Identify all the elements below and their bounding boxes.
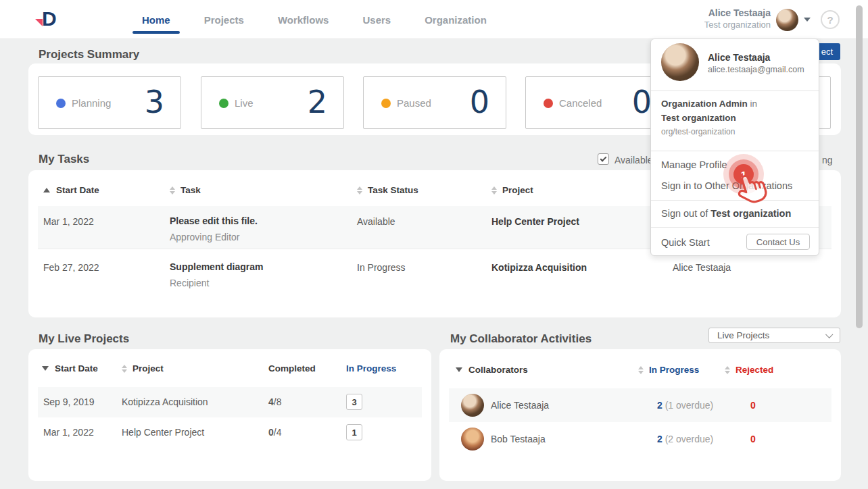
planning-status-dot bbox=[56, 99, 66, 108]
summary-card-count: 0 bbox=[632, 85, 652, 120]
sort-icon bbox=[170, 186, 175, 195]
in-progress-count-button[interactable]: 3 bbox=[346, 394, 362, 410]
task-assignee: Alice Testaaja bbox=[673, 262, 731, 273]
menu-divider bbox=[651, 91, 819, 91]
tasks-col-task-status[interactable]: Task Status bbox=[357, 185, 418, 195]
menu-org-name: Test organization bbox=[661, 113, 736, 123]
chevron-down-icon[interactable] bbox=[804, 18, 811, 22]
topbar-user-info[interactable]: Alice Testaaja Test organization bbox=[704, 7, 771, 30]
chevron-down-icon bbox=[825, 331, 833, 338]
menu-avatar bbox=[661, 43, 699, 81]
live-col-start-date[interactable]: Start Date bbox=[42, 363, 98, 374]
task-start-date: Mar 1, 2022 bbox=[43, 216, 94, 227]
project-filter-select[interactable]: Live Projects bbox=[708, 328, 840, 343]
summary-card-count: 0 bbox=[470, 85, 489, 120]
nav-tab-organization[interactable]: Organization bbox=[425, 0, 487, 39]
live-project-row[interactable]: Sep 9, 2019 Kotipizza Acquisition 4/8 3 bbox=[38, 387, 422, 417]
menu-org-slug: org/test-organization bbox=[661, 127, 735, 136]
project-filter-value: Live Projects bbox=[717, 330, 769, 340]
available-filter-checkbox[interactable] bbox=[598, 153, 609, 165]
live-col-project[interactable]: Project bbox=[122, 363, 164, 374]
task-name: Please edit this file. bbox=[170, 215, 258, 226]
paused-status-dot bbox=[381, 99, 391, 108]
collab-col-rejected[interactable]: Rejected bbox=[725, 365, 773, 375]
summary-card-label: Planning bbox=[72, 97, 111, 109]
task-status: In Progress bbox=[357, 262, 406, 273]
live-completed-count: 0/4 bbox=[268, 427, 281, 438]
help-icon[interactable]: ? bbox=[821, 10, 840, 29]
live-project-name: Help Center Project bbox=[122, 427, 204, 438]
collab-rejected: 0 bbox=[750, 400, 756, 411]
sort-desc-icon bbox=[42, 366, 49, 371]
available-filter-label: Available bbox=[614, 155, 653, 165]
task-project: Help Center Project bbox=[491, 216, 579, 227]
menu-item-sign-out[interactable]: Sign out of Test organization bbox=[661, 208, 809, 219]
collaborator-name: Alice Testaaja bbox=[491, 400, 549, 411]
my-collaborator-activities-title: My Collaborator Activities bbox=[450, 332, 592, 346]
summary-card-count: 3 bbox=[145, 85, 164, 120]
sort-icon bbox=[638, 366, 644, 374]
tasks-col-task[interactable]: Task bbox=[170, 185, 201, 195]
tasks-col-start-date[interactable]: Start Date bbox=[43, 185, 99, 195]
live-status-dot bbox=[219, 99, 228, 108]
task-status: Available bbox=[357, 216, 395, 227]
menu-role-line: Organization Admin in bbox=[661, 99, 757, 109]
canceled-status-dot bbox=[544, 99, 553, 108]
task-project: Kotipizza Acquisition bbox=[491, 262, 587, 273]
tasks-col-project[interactable]: Project bbox=[491, 185, 533, 195]
vertical-scrollbar-thumb[interactable] bbox=[856, 5, 863, 328]
live-start-date: Sep 9, 2019 bbox=[43, 396, 95, 407]
summary-card-planning[interactable]: Planning 3 bbox=[38, 76, 181, 129]
summary-card-live[interactable]: Live 2 bbox=[201, 76, 344, 129]
summary-card-label: Canceled bbox=[559, 97, 602, 109]
checkmark-icon bbox=[600, 155, 607, 161]
live-start-date: Mar 1, 2022 bbox=[43, 427, 94, 438]
live-col-completed: Completed bbox=[268, 363, 316, 374]
summary-card-canceled[interactable]: Canceled 0 bbox=[525, 76, 669, 129]
collaborator-activities-panel: Collaborators In Progress Rejected Alice… bbox=[439, 349, 841, 481]
collab-in-progress: 2 (2 overdue) bbox=[657, 434, 713, 444]
live-project-row[interactable]: Mar 1, 2022 Help Center Project 0/4 1 bbox=[38, 417, 422, 448]
my-live-projects-panel: Start Date Project Completed In Progress… bbox=[28, 349, 431, 481]
nav-tab-users[interactable]: Users bbox=[362, 0, 391, 39]
collaborator-avatar bbox=[461, 394, 484, 417]
menu-user-email: alice.testaaja@gmail.com bbox=[708, 65, 804, 74]
collaborator-avatar bbox=[461, 428, 484, 451]
collab-col-collaborators[interactable]: Collaborators bbox=[456, 365, 528, 375]
user-dropdown-menu: Alice Testaaja alice.testaaja@gmail.com … bbox=[650, 38, 819, 256]
live-completed-count: 4/8 bbox=[268, 396, 281, 407]
collab-col-in-progress[interactable]: In Progress bbox=[638, 365, 699, 375]
nav-tab-workflows[interactable]: Workflows bbox=[278, 0, 329, 39]
my-live-projects-title: My Live Projects bbox=[39, 332, 129, 346]
collaborator-row[interactable]: Bob Testaaja 2 (2 overdue) 0 bbox=[449, 422, 831, 456]
task-role: Approving Editor bbox=[170, 232, 240, 242]
logo-letter: D bbox=[42, 7, 56, 30]
my-tasks-title: My Tasks bbox=[39, 153, 89, 166]
topbar-user-org: Test organization bbox=[704, 20, 771, 30]
task-name: Supplement diagram bbox=[170, 261, 263, 272]
sort-icon bbox=[357, 186, 362, 195]
live-project-name: Kotipizza Acquisition bbox=[122, 396, 208, 407]
collaborator-row[interactable]: Alice Testaaja 2 (1 overdue) 0 bbox=[449, 388, 831, 422]
filter-label-fragment: ng bbox=[822, 155, 833, 165]
live-col-in-progress: In Progress bbox=[346, 363, 396, 374]
sort-icon bbox=[725, 366, 730, 374]
task-row[interactable]: Feb 27, 2022 Supplement diagram Recipien… bbox=[38, 249, 831, 301]
topbar-avatar[interactable] bbox=[776, 9, 798, 31]
contact-us-button[interactable]: Contact Us bbox=[746, 234, 810, 250]
nav-tab-projects[interactable]: Projects bbox=[204, 0, 244, 39]
top-navigation-bar: D Home Projects Workflows Users Organiza… bbox=[0, 0, 868, 39]
app-logo[interactable]: D bbox=[35, 7, 62, 32]
projects-summary-title: Projects Summary bbox=[39, 48, 139, 61]
menu-divider bbox=[651, 151, 819, 151]
sort-icon bbox=[491, 186, 497, 195]
in-progress-count-button[interactable]: 1 bbox=[346, 424, 362, 440]
main-nav: Home Projects Workflows Users Organizati… bbox=[142, 0, 487, 39]
summary-card-paused[interactable]: Paused 0 bbox=[363, 76, 506, 129]
sort-icon bbox=[122, 365, 127, 373]
task-role: Recipient bbox=[170, 278, 209, 288]
menu-user-name: Alice Testaaja bbox=[708, 52, 770, 63]
nav-tab-home[interactable]: Home bbox=[142, 0, 170, 39]
summary-card-label: Live bbox=[235, 97, 254, 109]
summary-card-label: Paused bbox=[397, 97, 431, 109]
